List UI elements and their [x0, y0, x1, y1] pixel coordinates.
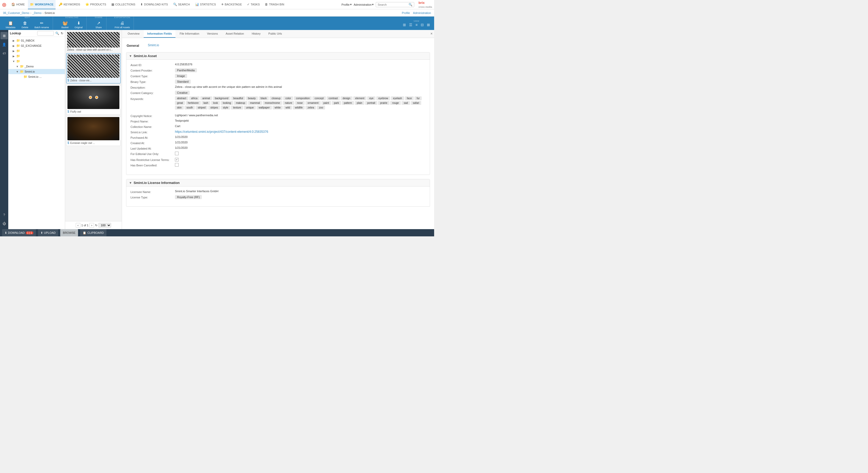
nav-trash-bin[interactable]: 🗑 TRASH BIN	[263, 0, 286, 9]
smintio-link-value[interactable]: https://celumtest.smint.io/project/437/c…	[175, 130, 426, 134]
profile-dropdown[interactable]: Profile ▾	[342, 3, 352, 6]
view-split-button[interactable]: ⊠	[426, 22, 431, 27]
license-collapse-icon[interactable]: ▼	[129, 181, 132, 185]
created-at-value: 1/21/2020	[175, 141, 426, 145]
basket-button[interactable]: 🧺 Basket	[59, 19, 71, 31]
original-button[interactable]: ⬇ Original	[72, 19, 85, 31]
tab-public-urls[interactable]: Public Urls	[265, 30, 285, 38]
nav-statistics-label: STATISTICS	[200, 3, 216, 6]
download-kits-icon: ⬇	[140, 3, 143, 6]
tab-history[interactable]: History	[248, 30, 264, 38]
keyword-tag: zebra	[305, 106, 316, 109]
next-page-button[interactable]: ›	[89, 223, 94, 228]
sidebar-search-input[interactable]	[38, 32, 53, 35]
tree-item-smintio-sub[interactable]: 📁 Smint.io ...	[8, 74, 65, 79]
batch-rename-button[interactable]: ✏ Batch rename	[32, 19, 52, 31]
left-icon-user[interactable]: 👤	[1, 41, 8, 48]
tree-item-demo[interactable]: ▼ 📁 _Demo	[8, 64, 65, 69]
upload-status-btn[interactable]: ⬆ UPLOAD	[38, 229, 58, 236]
search-input[interactable]	[377, 3, 408, 6]
nav-statistics[interactable]: 📊 STATISTICS	[193, 0, 218, 9]
nav-products[interactable]: ⭐ PRODUCTS	[83, 0, 108, 9]
asset-item-zebra-selected[interactable]: $ Zebra - close-vie...	[66, 53, 121, 84]
close-detail-button[interactable]: ×	[431, 32, 433, 36]
left-icon-layers[interactable]: ⊞	[1, 32, 8, 39]
upload-status-label: UPLOAD	[44, 231, 56, 234]
sidebar-refresh-icon[interactable]: ↻	[61, 32, 63, 35]
tree-item-misc3[interactable]: ▼ 📁	[8, 59, 65, 64]
breadcrumb-customer-demo[interactable]: 06_Customer_Demo	[3, 11, 29, 14]
editorial-use-check[interactable]	[175, 152, 179, 155]
nav-backstage[interactable]: ✈ BACKSTAGE	[219, 0, 244, 9]
tab-file-information[interactable]: File Information	[176, 30, 203, 38]
tab-asset-relation[interactable]: Asset Relation	[222, 30, 248, 38]
smint-link[interactable]: Smint.io	[148, 43, 159, 47]
keyword-tag: white	[273, 106, 283, 109]
keyword-tag: africa	[189, 96, 199, 100]
keyword-tag: prairie	[378, 101, 390, 105]
section-collapse-icon[interactable]: ▼	[129, 54, 132, 58]
asset-item-eagle-owl[interactable]: $ Eurasian eagle owl ...	[66, 116, 121, 146]
general-label: General	[127, 44, 139, 48]
refresh-page-icon[interactable]: ↻	[95, 224, 97, 227]
metadata-button[interactable]: 📋 Metadata	[3, 19, 18, 31]
share-icon: ↗	[97, 21, 100, 26]
smintio-asset-section-title: Smint.io Asset	[133, 54, 157, 58]
tree-item-misc1[interactable]: ▶ 📁	[8, 48, 65, 54]
keyword-tag: plain	[355, 101, 364, 105]
tree-item-smintio[interactable]: ▼ 📁 Smint.io	[8, 69, 65, 74]
profile-label: Profile	[342, 3, 350, 6]
app-logo: ◎	[2, 2, 6, 7]
admin-dropdown[interactable]: Administration ▾	[354, 3, 374, 6]
tree-item-01inbox[interactable]: ▶ 📁 01_INBOX	[8, 38, 65, 43]
nav-home[interactable]: 🏠 HOME	[9, 0, 27, 9]
tree-item-02exchange[interactable]: ▶ 📁 02_EXCHANGE	[8, 43, 65, 48]
view-large-button[interactable]: ⊟	[420, 22, 425, 27]
prev-page-button[interactable]: ‹	[76, 223, 81, 228]
nav-download-kits[interactable]: ⬇ DOWNLOAD KITS	[138, 0, 170, 9]
global-search-box[interactable]: 🔍	[376, 2, 414, 7]
nav-workspace[interactable]: 📁 WORKSPACE	[28, 0, 56, 9]
nav-tasks-label: TASKS	[251, 3, 260, 6]
tree-arrow-smintio: ▼	[16, 70, 19, 73]
left-icon-tag[interactable]: 🏷	[1, 50, 8, 57]
view-grid-button[interactable]: ⊞	[402, 22, 407, 27]
share-button[interactable]: ↗ Share	[92, 19, 105, 31]
sidebar-search-box[interactable]	[37, 31, 54, 36]
view-list-button[interactable]: ☰	[408, 22, 413, 27]
restrictive-license-check[interactable]: ✓	[175, 158, 179, 161]
tree-arrow-demo: ▼	[16, 65, 19, 68]
per-page-select[interactable]: 100 50 25	[98, 223, 111, 228]
tab-overview[interactable]: Overview	[124, 30, 143, 38]
nav-collections[interactable]: ▦ COLLECTIONS	[109, 0, 137, 9]
administration-link[interactable]: Administration	[413, 11, 431, 14]
edit-group-buttons: 📋 Metadata 🗑 Delete ✏ Batch rename	[3, 19, 52, 31]
detail-content: General Smint.io ▼ Smint.io Asset	[122, 38, 434, 229]
tab-information-fields[interactable]: Information Fields	[144, 30, 176, 38]
keyword-tag: wallpaper	[257, 106, 272, 109]
profile-link[interactable]: Profile	[402, 11, 410, 14]
browse-status-btn[interactable]: BROWSE	[60, 229, 78, 236]
nav-tasks[interactable]: ✓ TASKS	[245, 0, 262, 9]
asset-item-owl[interactable]: $ Fluffy owl	[66, 85, 121, 115]
asset-item-zebra-preview[interactable]: Zebra - close-up view with accent on t..…	[66, 31, 121, 52]
keywords-grid: abstractafricaanimalbackgroundbeautifulb…	[175, 96, 426, 109]
print-all-button[interactable]: 🖨 Print all Assets	[112, 19, 132, 31]
clipboard-status-btn[interactable]: 📋 CLIPBOARD	[80, 229, 106, 236]
cancelled-check[interactable]	[175, 163, 179, 167]
download-status-btn[interactable]: ⬇ DOWNLOAD 1 | 1	[2, 229, 36, 236]
cancelled-label: Has Been Cancelled:	[130, 163, 172, 167]
delete-button[interactable]: 🗑 Delete	[19, 19, 32, 31]
smintio-link-label: Smint.io Link:	[130, 130, 172, 134]
nav-search[interactable]: 🔍 SEARCH	[171, 0, 192, 9]
left-icon-power[interactable]: ⏻	[1, 220, 8, 227]
left-icon-help[interactable]: ?	[1, 211, 8, 218]
breadcrumb-demo[interactable]: _Demo	[32, 11, 41, 14]
keyword-tag: beauty	[246, 96, 258, 100]
tree-item-misc2[interactable]: ▶ 📁	[8, 54, 65, 59]
view-detail-button[interactable]: ≡	[414, 22, 418, 27]
nav-keywords[interactable]: 🔑 KEYWORDS	[57, 0, 82, 9]
tab-versions[interactable]: Versions	[204, 30, 221, 38]
sidebar-tree-panel: Lookup 🔍 ↻ ▶ 📁 01_INBOX ▶ 📁 02_EXCHANGE …	[8, 30, 65, 229]
sidebar-search-icon[interactable]: 🔍	[55, 32, 59, 35]
